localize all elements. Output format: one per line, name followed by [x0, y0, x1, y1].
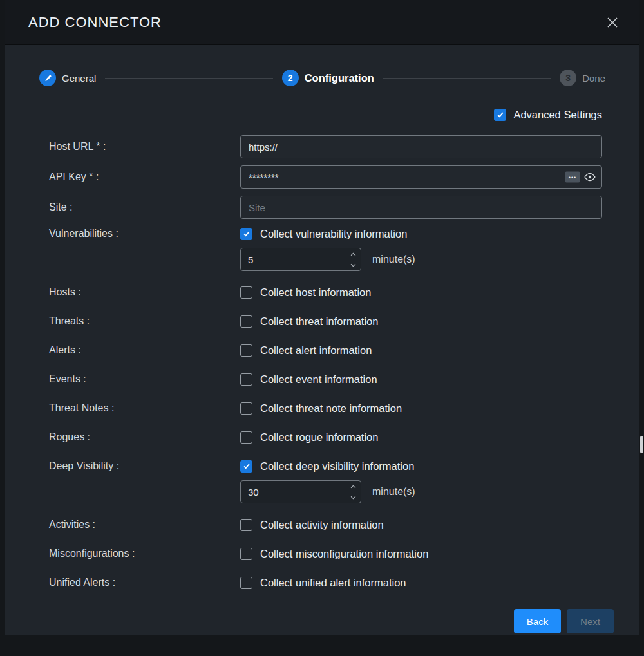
unified-alerts-control: Collect unified alert information: [240, 575, 602, 590]
deep-visibility-checkbox[interactable]: [240, 460, 252, 473]
spinner-up-icon[interactable]: [345, 481, 361, 492]
rogues-checkbox[interactable]: [240, 431, 252, 444]
activities-checkbox-label: Collect activity information: [260, 519, 384, 531]
misconfigurations-checkbox-label: Collect misconfiguration information: [260, 548, 428, 560]
form-row-rogues: Rogues :Collect rogue information: [49, 429, 602, 445]
form-row-activities: Activities :Collect activity information: [49, 517, 602, 532]
spinner-down-icon[interactable]: [345, 492, 361, 503]
threats-checkbox-label: Collect threat information: [260, 315, 378, 328]
close-icon[interactable]: [604, 14, 621, 31]
back-button[interactable]: Back: [514, 609, 561, 633]
events-field-label: Events :: [49, 371, 240, 387]
stepper-connector-1: [105, 78, 272, 79]
hosts-checkbox-label: Collect host information: [260, 286, 371, 299]
vulnerabilities-unit-label: minute(s): [372, 254, 415, 265]
form-row-threat-notes: Threat Notes :Collect threat note inform…: [49, 400, 602, 416]
advanced-settings-row: Advanced Settings: [5, 108, 602, 121]
activities-checkbox[interactable]: [240, 519, 252, 531]
site-control: [240, 196, 602, 219]
activities-field-label: Activities :: [49, 517, 240, 532]
rogues-field-label: Rogues :: [49, 429, 240, 445]
api-key-input[interactable]: [240, 165, 602, 189]
step-done-number: 3: [560, 70, 576, 86]
form-row-alerts: Alerts :Collect alert information: [49, 342, 602, 358]
host-url-input-wrap: [240, 135, 602, 158]
pencil-icon: [39, 70, 56, 86]
activities-checkbox-line: Collect activity information: [240, 517, 602, 532]
form-row-host-url: Host URL * :: [49, 135, 602, 158]
form-row-site: Site :: [49, 196, 602, 219]
host-url-field-label: Host URL * :: [49, 139, 240, 155]
wizard-stepper: General 2 Configuration 3 Done: [39, 70, 605, 86]
host-url-control: [240, 135, 602, 158]
form-row-api-key: API Key * :•••: [49, 165, 602, 189]
vulnerabilities-checkbox-label: Collect vulnerability information: [260, 228, 407, 240]
misconfigurations-checkbox[interactable]: [240, 548, 252, 560]
vulnerabilities-interval-line: minute(s): [240, 248, 602, 271]
step-done-label: Done: [582, 73, 605, 84]
next-button[interactable]: Next: [567, 609, 614, 633]
misconfigurations-checkbox-line: Collect misconfiguration information: [240, 546, 602, 561]
step-configuration-label: Configuration: [305, 72, 374, 84]
alerts-checkbox-line: Collect alert information: [240, 342, 602, 358]
vulnerabilities-field-label: Vulnerabilities :: [49, 226, 240, 241]
deep-visibility-interval-input[interactable]: [241, 481, 345, 503]
stepper-connector-2: [383, 78, 551, 79]
vulnerabilities-spinner: [345, 248, 361, 270]
hosts-checkbox-line: Collect host information: [240, 285, 602, 300]
api-key-more-button[interactable]: •••: [565, 172, 580, 183]
step-configuration[interactable]: 2 Configuration: [282, 70, 374, 86]
api-key-eye-icon[interactable]: [583, 171, 596, 183]
hosts-checkbox[interactable]: [240, 286, 252, 299]
hosts-field-label: Hosts :: [49, 285, 240, 300]
form-row-vulnerabilities: Vulnerabilities :Collect vulnerability i…: [49, 226, 602, 271]
form-row-events: Events :Collect event information: [49, 371, 602, 387]
site-input-wrap: [240, 196, 602, 219]
activities-control: Collect activity information: [240, 517, 602, 532]
site-input[interactable]: [240, 196, 602, 219]
dialog-header: ADD CONNECTOR: [5, 0, 639, 45]
deep-visibility-checkbox-line: Collect deep visibility information: [240, 458, 602, 474]
misconfigurations-field-label: Misconfigurations :: [49, 546, 240, 561]
deep-visibility-unit-label: minute(s): [372, 486, 415, 498]
dialog-footer: Back Next: [5, 604, 639, 633]
form-row-hosts: Hosts :Collect host information: [49, 285, 602, 300]
events-control: Collect event information: [240, 371, 602, 387]
vulnerabilities-checkbox[interactable]: [240, 228, 252, 240]
threats-checkbox[interactable]: [240, 315, 252, 328]
threats-checkbox-line: Collect threat information: [240, 314, 602, 329]
step-general[interactable]: General: [39, 70, 96, 86]
form-row-unified-alerts: Unified Alerts :Collect unified alert in…: [49, 575, 602, 590]
form-row-misconfigurations: Misconfigurations :Collect misconfigurat…: [49, 546, 602, 561]
rogues-checkbox-line: Collect rogue information: [240, 429, 602, 445]
unified-alerts-checkbox[interactable]: [240, 577, 252, 589]
vulnerabilities-interval-field: [240, 248, 361, 271]
alerts-checkbox[interactable]: [240, 344, 252, 357]
threats-field-label: Threats :: [49, 314, 240, 329]
deep-visibility-interval-field: [240, 480, 361, 503]
dialog-title: ADD CONNECTOR: [28, 14, 162, 31]
host-url-input[interactable]: [240, 135, 602, 158]
api-key-field-label: API Key * :: [49, 169, 240, 185]
vulnerabilities-control: Collect vulnerability informationminute(…: [240, 226, 602, 271]
rogues-control: Collect rogue information: [240, 429, 602, 445]
alerts-control: Collect alert information: [240, 342, 602, 358]
advanced-settings-label: Advanced Settings: [513, 109, 602, 121]
vulnerabilities-checkbox-line: Collect vulnerability information: [240, 226, 602, 241]
spinner-down-icon[interactable]: [345, 259, 361, 270]
threat-notes-checkbox-line: Collect threat note information: [240, 400, 602, 416]
step-done[interactable]: 3 Done: [560, 70, 605, 86]
advanced-settings-checkbox[interactable]: [494, 109, 506, 121]
vulnerabilities-interval-input[interactable]: [241, 248, 345, 270]
threat-notes-checkbox[interactable]: [240, 402, 252, 415]
form-rows: Host URL * :API Key * :•••Site :Vulnerab…: [5, 121, 639, 590]
rogues-checkbox-label: Collect rogue information: [260, 431, 378, 444]
events-checkbox[interactable]: [240, 373, 252, 386]
events-checkbox-label: Collect event information: [260, 373, 377, 386]
alerts-field-label: Alerts :: [49, 342, 240, 358]
scrollbar-thumb[interactable]: [640, 436, 643, 453]
misconfigurations-control: Collect misconfiguration information: [240, 546, 602, 561]
hosts-control: Collect host information: [240, 285, 602, 300]
unified-alerts-checkbox-line: Collect unified alert information: [240, 575, 602, 590]
spinner-up-icon[interactable]: [345, 248, 361, 259]
